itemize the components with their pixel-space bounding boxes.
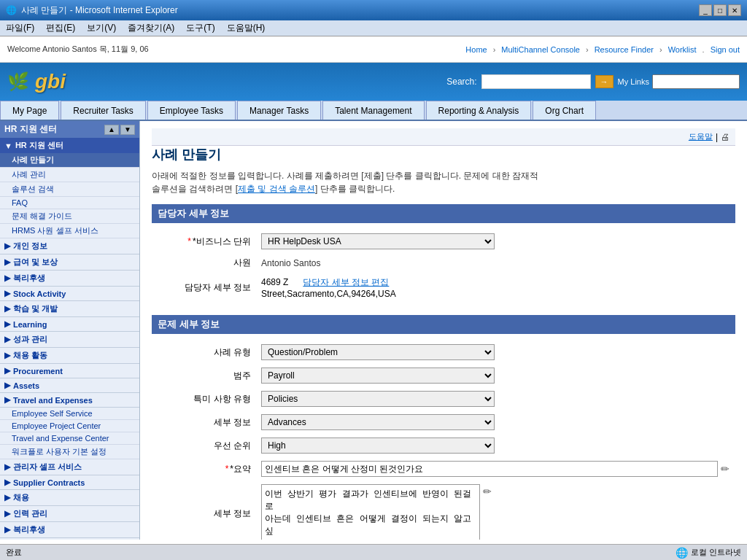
menu-help[interactable]: 도움말(H) (227, 22, 266, 34)
sidebar-item-hrms-self[interactable]: HRMS 사원 셀프 서비스 (0, 224, 139, 238)
sidebar-group-assets[interactable]: ▶Assets (0, 378, 139, 393)
sidebar-group-travel-expenses[interactable]: ▶Travel and Expenses (0, 393, 139, 408)
issue-form: 사례 유형 Question/Problem 범주 Payroll 특미 사항 … (152, 340, 735, 540)
tab-reporting[interactable]: Reporting & Analysis (426, 101, 532, 120)
sidebar-item-emp-project[interactable]: Employee Project Center (0, 420, 139, 432)
summary-wrapper: ✏ (261, 461, 729, 477)
detail-select[interactable]: Advances (261, 414, 495, 430)
nav-home[interactable]: Home (465, 45, 487, 54)
title-bar-title: 🌐 사례 만들기 - Microsoft Internet Explorer (6, 4, 178, 17)
sidebar-group-compensation[interactable]: ▶보상 (0, 538, 139, 540)
detail-textarea[interactable] (261, 484, 480, 540)
help-link[interactable]: 도움말 (689, 131, 713, 142)
sidebar-group-procurement[interactable]: ▶Procurement (0, 364, 139, 378)
menu-favorites[interactable]: 즐겨찾기(A) (128, 22, 174, 34)
sidebar-item-case-manage[interactable]: 사례 관리 (0, 168, 139, 182)
sidebar-item-faq[interactable]: FAQ (0, 197, 139, 209)
minimize-button[interactable]: _ (699, 4, 712, 16)
tab-manager-tasks[interactable]: Manager Tasks (237, 101, 321, 120)
my-links-select[interactable]: 항목 선택： (652, 74, 740, 89)
tab-recruiter-tasks[interactable]: Recruiter Tasks (61, 101, 145, 120)
close-button[interactable]: ✕ (728, 4, 741, 16)
tab-talent-management[interactable]: Talent Management (322, 101, 424, 120)
sidebar-scroll-up[interactable]: ▲ (104, 125, 119, 135)
special-type-label: 특미 사항 유형 (153, 388, 255, 410)
detail-edit-icon[interactable]: ✏ (483, 486, 492, 540)
category-row: 범주 Payroll (153, 365, 734, 386)
menu-view[interactable]: 보기(V) (87, 22, 116, 34)
sidebar-item-travel-expense-center[interactable]: Travel and Expense Center (0, 432, 139, 445)
sidebar-item-solution-search[interactable]: 솔루션 검색 (0, 182, 139, 197)
description-line1: 아래에 적절한 정보를 입력합니다. 사례를 제출하려면 [제출] 단추를 클릭… (152, 171, 538, 181)
leaf-icon: 🌿 (7, 71, 29, 92)
search-input[interactable] (481, 74, 591, 89)
business-unit-select[interactable]: HR HelpDesk USA (261, 233, 495, 249)
desc-link1[interactable]: 제출 및 검색 솔루션 (238, 184, 315, 194)
sidebar-group-learning-dev[interactable]: ▶학습 및 개발 (0, 301, 139, 317)
priority-value: High (257, 435, 734, 456)
priority-label: 우선 순위 (153, 435, 255, 456)
nav-multichannel[interactable]: MultiChannel Console (501, 45, 580, 54)
contact-edit-link[interactable]: 담당자 세부 정보 편집 (303, 277, 389, 287)
sidebar-group-learning[interactable]: ▶Learning (0, 317, 139, 332)
search-button[interactable]: → (595, 75, 614, 88)
category-select[interactable]: Payroll (261, 368, 495, 384)
sidebar-group-recruit2[interactable]: ▶채용 (0, 490, 139, 506)
sidebar-group-admin-self[interactable]: ▶관리자 셀프 서비스 (0, 459, 139, 475)
nav-signout[interactable]: Sign out (711, 45, 740, 54)
tab-org-chart[interactable]: Org Chart (533, 101, 596, 120)
sidebar-group-benefits2[interactable]: ▶복리후생 (0, 522, 139, 538)
title-bar-buttons[interactable]: _ □ ✕ (699, 4, 741, 16)
gbi-logo: gbi (35, 70, 66, 93)
sidebar-scroll-down[interactable]: ▼ (120, 125, 135, 135)
summary-row: *요약 ✏ (153, 458, 734, 480)
special-type-select[interactable]: Policies (261, 391, 495, 407)
globe-icon: 🌐 (676, 547, 688, 559)
menu-file[interactable]: 파일(F) (6, 22, 34, 34)
summary-cell: ✏ (257, 458, 734, 480)
priority-select[interactable]: High (261, 438, 495, 454)
logo-bar: 🌿 gbi Search: → My Links 항목 선택： (0, 63, 747, 101)
sidebar-group-personal[interactable]: ▶개인 정보 (0, 238, 139, 254)
detail2-label: 세부 정보 (153, 481, 255, 540)
contact-label: 담당자 세부 정보 (153, 273, 255, 302)
menu-tools[interactable]: 도구(T) (186, 22, 214, 34)
case-type-select[interactable]: Question/Problem (261, 344, 495, 360)
print-icon[interactable]: 🖨 (721, 132, 729, 142)
sidebar-group-workforce[interactable]: ▶인력 관리 (0, 506, 139, 522)
category-value: Payroll (257, 365, 734, 386)
sidebar-group-benefits[interactable]: ▶복리후생 (0, 271, 139, 287)
sidebar-group-salary[interactable]: ▶급여 및 보상 (0, 254, 139, 271)
page-description: 아래에 적절한 정보를 입력합니다. 사례를 제출하려면 [제출] 단추를 클릭… (152, 169, 735, 195)
employee-row: 사원 Antonio Santos (153, 254, 734, 272)
tab-my-page[interactable]: My Page (0, 101, 59, 120)
logo-area: 🌿 gbi (7, 70, 66, 93)
contact-info: 4689 Z 담당자 세부 정보 편집 Street,Sacramento,CA… (257, 273, 734, 302)
tab-employee-tasks[interactable]: Employee Tasks (147, 101, 236, 120)
special-type-row: 특미 사항 유형 Policies (153, 388, 734, 410)
sidebar-group-stock[interactable]: ▶Stock Activity (0, 287, 139, 301)
nav-resource-finder[interactable]: Resource Finder (595, 45, 654, 54)
detail2-cell: ✏ (257, 481, 734, 540)
case-type-value: Question/Problem (257, 341, 734, 363)
sidebar-item-employee-self[interactable]: Employee Self Service (0, 408, 139, 420)
sidebar-item-case-create[interactable]: 사례 만들기 (0, 153, 139, 168)
sidebar-group-supplier[interactable]: ▶Supplier Contracts (0, 475, 139, 490)
main-layout: HR 지원 센터 ▲ ▼ ▼ HR 지원 센터 사례 만들기 사례 관리 솔루션… (0, 121, 747, 540)
sidebar-group-recruit[interactable]: ▶채용 활동 (0, 348, 139, 364)
nav-worklist[interactable]: Worklist (668, 45, 697, 54)
contact-address: Street,Sacramento,CA,94264,USA (261, 289, 396, 299)
restore-button[interactable]: □ (713, 4, 727, 16)
sidebar-group-performance[interactable]: ▶성과 관리 (0, 332, 139, 348)
business-unit-row: *비즈니스 단위 HR HelpDesk USA (153, 230, 734, 252)
summary-icon[interactable]: ✏ (721, 463, 729, 475)
nav-links: Home › MultiChannel Console › Resource F… (465, 45, 740, 54)
sidebar-section-hr[interactable]: ▼ HR 지원 센터 (0, 138, 139, 153)
summary-input[interactable] (261, 461, 718, 477)
sidebar-item-troubleshoot[interactable]: 문제 해결 가이드 (0, 209, 139, 224)
menu-edit[interactable]: 편집(E) (46, 22, 75, 34)
ie-icon: 🌐 (6, 5, 17, 15)
collapse-icon: ▼ (4, 141, 12, 150)
sidebar-item-workflow[interactable]: 워크플로 사용자 기본 설정 (0, 445, 139, 459)
case-type-row: 사례 유형 Question/Problem (153, 341, 734, 363)
